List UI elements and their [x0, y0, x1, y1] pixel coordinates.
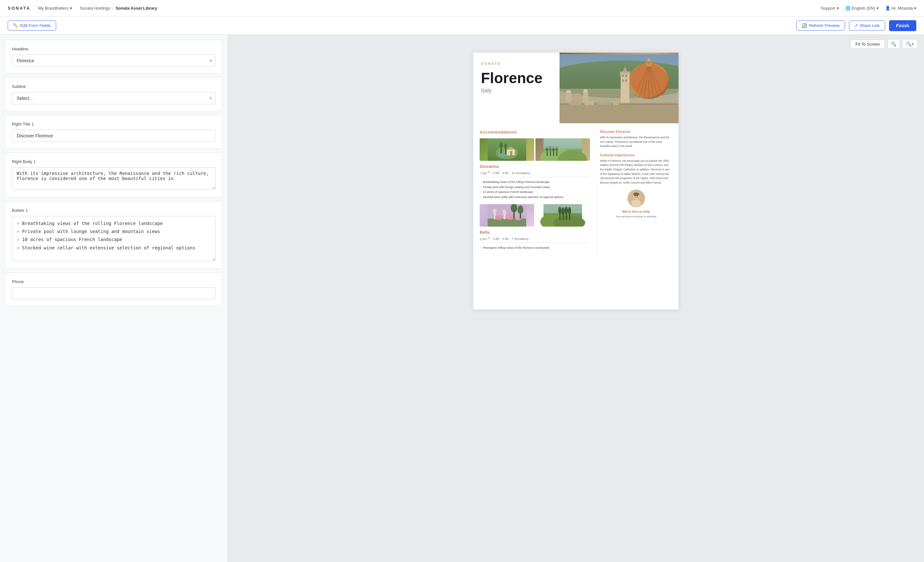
property2-beds: 4 Bd	[493, 237, 499, 240]
top-navigation: SONATA My Brandfolders ▾ Sonata Holdings…	[0, 0, 924, 17]
breadcrumb-holdings[interactable]: Sonata Holdings	[80, 6, 110, 11]
zoom-out-button[interactable]: 🔍	[887, 39, 900, 49]
svg-rect-30	[585, 101, 594, 105]
phone-field-group: Phone	[5, 272, 222, 306]
pencil-icon: ✏️	[13, 23, 18, 28]
preview-main-content: Accommodations	[473, 123, 596, 261]
main-content: Headline Florence ▾ Subline Select... ▾ …	[0, 35, 924, 562]
headline-field-group: Headline Florence ▾	[5, 40, 222, 74]
svg-rect-22	[622, 75, 624, 77]
breadcrumb-separator: ›	[112, 6, 114, 11]
svg-rect-7	[584, 90, 588, 92]
property2-sqft: 3,291 ft²	[480, 237, 490, 241]
edit-form-fields-button[interactable]: ✏️ Edit Form Fields	[8, 21, 56, 30]
right-title1-field-group: Right Title 1	[5, 115, 222, 149]
property1-images	[480, 138, 590, 161]
chevron-down-icon: ▾	[837, 6, 839, 11]
property2-image-1	[480, 204, 534, 227]
property2-images	[480, 204, 590, 227]
svg-point-19	[647, 59, 650, 62]
property2-baths: 4 Ba	[502, 237, 508, 240]
fit-to-screen-button[interactable]: Fit To Screen	[850, 39, 885, 49]
chevron-down-icon: ▾	[70, 6, 72, 11]
svg-point-75	[561, 207, 565, 215]
subline-select[interactable]: Select...	[12, 92, 216, 104]
property2-occupancy: 7 Occupancy	[512, 237, 529, 240]
right-body1-textarea[interactable]: With its impressive architecture, the Re…	[12, 167, 216, 190]
sidebar-discover-title: Discover Florence	[600, 130, 672, 134]
phone-input[interactable]	[12, 287, 216, 299]
user-menu[interactable]: 👤 Hi, Miranda ▾	[885, 6, 916, 11]
language-menu[interactable]: 🌐 English (EN) ▾	[845, 6, 879, 11]
breadcrumb: Sonata Holdings › Sonata Asset Library	[80, 6, 157, 11]
preview-header-left: SONATA Florence Italy	[473, 53, 560, 123]
zoom-in-button[interactable]: 🔍+	[903, 39, 918, 49]
property2-bullets: Photogenic hilltop views of the Florence…	[480, 245, 590, 251]
form-panel: Headline Florence ▾ Subline Select... ▾ …	[0, 35, 228, 562]
property2-image-2	[536, 204, 590, 227]
svg-point-79	[568, 207, 571, 215]
preview-brand-logo: SONATA	[481, 62, 552, 66]
breadcrumb-library[interactable]: Sonata Asset Library	[116, 6, 157, 11]
preview-toolbar: Fit To Screen 🔍 🔍+	[850, 39, 918, 49]
svg-point-61	[495, 215, 503, 220]
preview-country: Italy	[481, 87, 552, 94]
svg-point-60	[502, 210, 506, 215]
nav-brandfolders[interactable]: My Brandfolders ▾	[38, 6, 72, 11]
right-title1-label: Right Title 1	[12, 122, 216, 126]
property1-sqft: 7,262 ft²	[480, 171, 490, 175]
property1-bullets: Breathtaking views of the rolling Floren…	[480, 180, 590, 200]
svg-rect-41	[510, 151, 512, 155]
subline-select-wrapper: Select... ▾	[12, 92, 216, 104]
chevron-down-icon: ▾	[876, 6, 879, 11]
property1-bullet-1: Breathtaking views of the rolling Floren…	[480, 180, 590, 185]
preview-city-image	[560, 53, 679, 123]
property1-bullet-4: Stocked wine cellar with extensive selec…	[480, 195, 590, 200]
main-toolbar: ✏️ Edit Form Fields 🔄 Refresh Preview ↗ …	[0, 17, 924, 35]
bullets1-field-group: Bullets 1	[5, 201, 222, 269]
svg-point-77	[565, 207, 568, 214]
user-icon: 👤	[885, 6, 890, 11]
svg-rect-29	[569, 101, 581, 105]
property2-name: Bella	[480, 230, 590, 234]
property1-occupancy: 12 Occupancy	[512, 171, 530, 174]
accommodations-title: Accommodations	[480, 130, 590, 134]
svg-rect-54	[543, 138, 582, 149]
svg-point-58	[493, 209, 496, 214]
property2-bullet-1: Photogenic hilltop views of the Florence…	[480, 245, 590, 251]
preview-city-heading: Florence	[481, 71, 552, 86]
refresh-preview-button[interactable]: 🔄 Refresh Preview	[796, 21, 845, 30]
svg-rect-24	[622, 79, 624, 82]
bullets1-textarea[interactable]	[12, 216, 216, 261]
headline-select[interactable]: Florence	[12, 54, 216, 67]
sidebar-cultural-body: While in Florence, we encourage you to e…	[600, 159, 672, 185]
concierge-title: We're here to help	[600, 210, 672, 213]
svg-rect-4	[566, 90, 571, 93]
svg-point-84	[634, 196, 635, 197]
property1-bullet-3: 10 acres of spacious French landscape	[480, 190, 590, 195]
preview-sidebar: Discover Florence With its impressive ar…	[596, 123, 679, 261]
svg-rect-27	[560, 103, 679, 123]
globe-icon: 🌐	[845, 6, 850, 11]
svg-point-85	[637, 196, 638, 197]
finish-button[interactable]: Finish	[889, 20, 916, 31]
concierge-section: We're here to help Your personal concier…	[600, 189, 672, 219]
share-link-button[interactable]: ↗ Share Link	[849, 21, 885, 30]
right-title1-input[interactable]	[12, 130, 216, 142]
concierge-body: Your personal concierge is standing	[600, 215, 672, 219]
support-menu[interactable]: Support ▾	[821, 6, 839, 11]
property1-beds: 6 Bd	[493, 171, 499, 174]
bullets1-label: Bullets 1	[12, 208, 216, 213]
cathedral-illustration	[560, 54, 679, 123]
sidebar-discover-body: With its impressive architecture, the Re…	[600, 135, 672, 149]
subline-label: Subline	[12, 84, 216, 89]
property1-bullet-2: Private pool with lounge seating and mou…	[480, 185, 590, 190]
preview-content-area: Accommodations	[473, 123, 679, 261]
headline-label: Headline	[12, 47, 216, 51]
svg-point-83	[632, 200, 641, 207]
concierge-avatar	[627, 189, 645, 207]
zoom-in-icon: 🔍+	[906, 41, 914, 47]
phone-label: Phone	[12, 279, 216, 284]
svg-point-62	[506, 214, 514, 220]
app-logo: SONATA	[8, 6, 30, 11]
